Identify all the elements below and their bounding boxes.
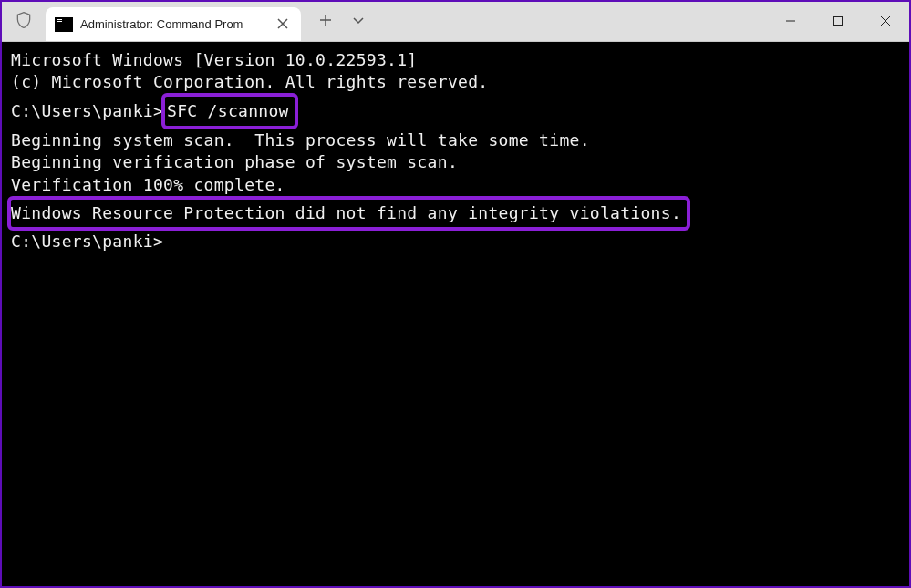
window-controls xyxy=(767,2,909,41)
cmd-icon xyxy=(55,17,73,32)
tab-dropdown-button[interactable] xyxy=(343,6,374,37)
terminal-line: Beginning verification phase of system s… xyxy=(11,151,900,173)
app-window: Administrator: Command Prom xyxy=(2,2,909,586)
terminal-line: Microsoft Windows [Version 10.0.22593.1] xyxy=(11,49,900,71)
shield-icon xyxy=(15,11,33,33)
terminal-line: Beginning system scan. This process will… xyxy=(11,129,900,151)
maximize-icon xyxy=(833,14,844,30)
terminal-prompt: C:\Users\panki> xyxy=(11,231,900,253)
close-icon xyxy=(880,14,891,30)
highlight-command: SFC /scannow xyxy=(161,93,298,129)
terminal-line: Windows Resource Protection did not find… xyxy=(11,196,900,231)
tab-active[interactable]: Administrator: Command Prom xyxy=(46,7,301,41)
titlebar: Administrator: Command Prom xyxy=(2,2,909,42)
terminal-body[interactable]: Microsoft Windows [Version 10.0.22593.1]… xyxy=(2,42,909,586)
minimize-icon xyxy=(785,14,796,30)
terminal-line: Verification 100% complete. xyxy=(11,174,900,196)
close-icon xyxy=(277,16,288,33)
prompt-prefix: C:\Users\panki> xyxy=(11,101,163,120)
titlebar-spacer xyxy=(374,2,767,41)
tab-title: Administrator: Command Prom xyxy=(80,17,264,31)
highlight-result: Windows Resource Protection did not find… xyxy=(7,196,690,231)
new-tab-button[interactable] xyxy=(310,6,341,37)
svg-rect-0 xyxy=(834,16,843,25)
close-window-button[interactable] xyxy=(862,2,909,41)
browser-shield-area[interactable] xyxy=(2,2,46,41)
terminal-line: C:\Users\panki>SFC /scannow xyxy=(11,93,900,129)
plus-icon xyxy=(319,14,332,30)
chevron-down-icon xyxy=(352,14,365,30)
tab-controls xyxy=(301,2,374,41)
terminal-line: (c) Microsoft Corporation. All rights re… xyxy=(11,71,900,93)
maximize-button[interactable] xyxy=(814,2,862,41)
tab-close-button[interactable] xyxy=(272,14,294,36)
minimize-button[interactable] xyxy=(767,2,814,41)
